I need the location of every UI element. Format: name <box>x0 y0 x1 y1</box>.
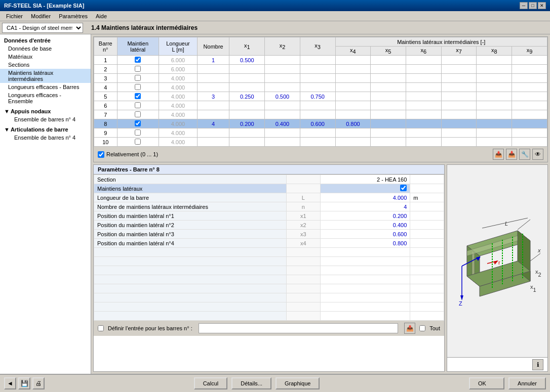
table-cell <box>229 110 265 119</box>
table-cell <box>406 110 441 119</box>
table-cell <box>512 138 547 147</box>
menu-parametres[interactable]: Paramètres <box>55 12 92 20</box>
params-label: Position du maintien latéral n°3 <box>94 230 287 239</box>
collapse-icon: ▼ <box>4 126 10 133</box>
sidebar-item-maintiens[interactable]: Maintiens latéraux intermédiaires <box>0 69 91 83</box>
table-cell[interactable] <box>117 119 159 128</box>
calcul-button[interactable]: Calcul <box>194 377 228 389</box>
col-maintiens-header: Maintiens latéraux intermédiaires [-] <box>335 37 547 47</box>
export2-btn[interactable]: 📥 <box>506 149 517 160</box>
params-value: 0.200 <box>320 211 410 221</box>
table-cell[interactable] <box>117 110 159 119</box>
table-cell: 0.500 <box>229 56 265 65</box>
sidebar-item-longueurs-ensemble[interactable]: Longueurs efficaces - Ensemble <box>0 91 91 105</box>
sidebar-item-longueurs-barres[interactable]: Longueurs efficaces - Barres <box>0 83 91 91</box>
params-export-btn[interactable]: 📤 <box>404 323 415 334</box>
params-row: Maintiens latéraux <box>94 184 444 193</box>
row-10-maintien-checkbox[interactable] <box>135 139 141 145</box>
table-cell <box>441 65 477 74</box>
row-9-maintien-checkbox[interactable] <box>135 129 141 136</box>
definir-checkbox[interactable] <box>98 325 104 331</box>
params-label: Nombre de maintiens latéraux intermédiai… <box>94 202 287 211</box>
params-symbol: x2 <box>287 221 321 230</box>
info-btn[interactable]: ℹ <box>532 359 543 370</box>
row-3-maintien-checkbox[interactable] <box>135 75 141 81</box>
sidebar-item-donnees-base[interactable]: Données de base <box>0 45 91 53</box>
table-cell[interactable] <box>117 83 159 92</box>
params-value: 0.800 <box>320 239 410 248</box>
sidebar-item-materiaux[interactable]: Matériaux <box>0 53 91 61</box>
params-unit <box>410 284 444 293</box>
tout-label: Tout <box>429 325 440 331</box>
table-cell[interactable] <box>117 101 159 110</box>
table-cell <box>477 110 512 119</box>
table-cell[interactable] <box>117 128 159 138</box>
tools-btn[interactable]: 🔧 <box>519 149 530 160</box>
params-row: Section2 - HEA 160 <box>94 175 444 184</box>
row-7-maintien-checkbox[interactable] <box>135 111 141 117</box>
params-label <box>94 302 287 312</box>
table-cell[interactable] <box>117 56 159 65</box>
table-scroll[interactable]: Barren° Maintienlatéral LongueurL [m] No… <box>94 37 547 147</box>
params-unit <box>410 184 444 193</box>
table-cell <box>265 128 300 138</box>
table-cell <box>406 101 441 110</box>
minimize-btn[interactable]: ─ <box>520 2 528 9</box>
table-cell <box>477 138 512 147</box>
params-symbol: x4 <box>287 239 321 248</box>
nav-back-btn[interactable]: ◄ <box>4 377 16 389</box>
maintiens-lateraux-checkbox[interactable] <box>400 185 407 191</box>
row-4-maintien-checkbox[interactable] <box>135 84 141 90</box>
details-button[interactable]: Détails... <box>231 377 271 389</box>
table-cell <box>335 92 371 101</box>
sidebar-item-label: Sections <box>8 62 29 68</box>
row-1-maintien-checkbox[interactable] <box>135 57 141 63</box>
sidebar-item-appuis-ensemble[interactable]: Ensemble de barres n° 4 <box>0 115 91 123</box>
print-btn[interactable]: 🖨 <box>32 377 45 389</box>
table-cell[interactable] <box>117 74 159 83</box>
menu-modifier[interactable]: Modifier <box>27 12 55 20</box>
section-title: 1.4 Maintiens latéraux intermédiaires <box>85 24 198 31</box>
window-controls: ─ □ ✕ <box>520 2 546 9</box>
tout-checkbox[interactable] <box>419 325 425 331</box>
menu-fichier[interactable]: Fichier <box>2 12 27 20</box>
export1-btn[interactable]: 📤 <box>493 149 504 160</box>
params-label <box>94 275 287 284</box>
save-btn[interactable]: 💾 <box>18 377 30 389</box>
graphique-button[interactable]: Graphique <box>276 377 320 389</box>
menu-aide[interactable]: Aide <box>92 12 111 20</box>
sidebar-item-sections[interactable]: Sections <box>0 61 91 69</box>
table-cell <box>441 83 477 92</box>
image-panel: L x x1 x2 <box>447 164 548 372</box>
maximize-btn[interactable]: □ <box>529 2 537 9</box>
relativement-checkbox[interactable] <box>98 151 104 158</box>
close-btn[interactable]: ✕ <box>538 2 546 9</box>
params-value: 4.000 <box>320 193 410 202</box>
table-cell <box>406 74 441 83</box>
annuler-button[interactable]: Annuler <box>508 377 546 389</box>
table-cell <box>512 56 547 65</box>
case-dropdown[interactable]: CA1 - Design of steel members <box>2 23 83 33</box>
table-cell: 1 <box>94 56 117 65</box>
sidebar-item-articulations-ensemble[interactable]: Ensemble de barres n° 4 <box>0 134 91 142</box>
row-8-maintien-checkbox[interactable] <box>135 120 141 126</box>
row-5-maintien-checkbox[interactable] <box>135 93 141 99</box>
ok-button[interactable]: OK <box>469 377 504 389</box>
params-unit <box>410 302 444 312</box>
col-x6-header: x6 <box>406 47 441 56</box>
table-cell[interactable] <box>117 92 159 101</box>
table-cell: 7 <box>94 110 117 119</box>
row-6-maintien-checkbox[interactable] <box>135 102 141 108</box>
table-cell[interactable] <box>117 138 159 147</box>
table-cell: 4.000 <box>159 83 197 92</box>
row-2-maintien-checkbox[interactable] <box>135 66 141 72</box>
table-cell[interactable] <box>117 65 159 74</box>
table-cell <box>197 138 229 147</box>
table-cell: 0.800 <box>335 119 371 128</box>
table-cell <box>300 56 335 65</box>
params-unit <box>410 175 444 184</box>
eye-btn[interactable]: 👁 <box>532 149 543 160</box>
table-cell <box>406 83 441 92</box>
table-cell: 4.000 <box>159 138 197 147</box>
params-title: Paramètres - Barre n° 8 <box>94 165 444 175</box>
